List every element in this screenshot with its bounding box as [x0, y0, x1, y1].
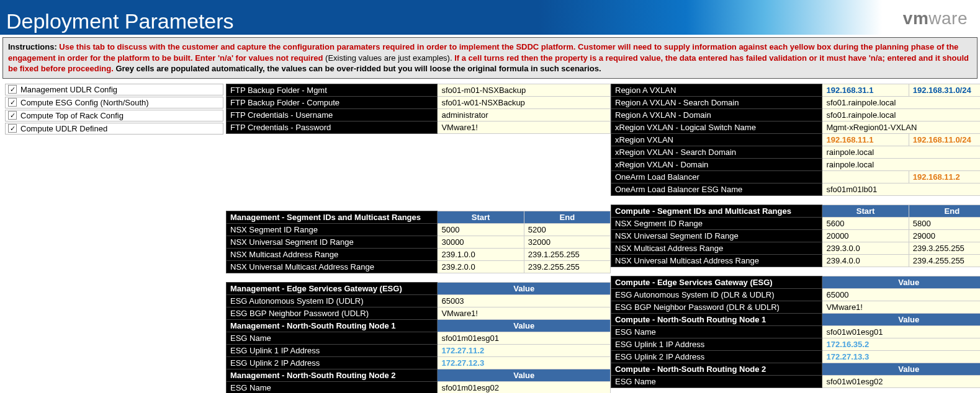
- table-row: NSX Segment ID Range50005200: [227, 223, 611, 236]
- table-row: NSX Segment ID Range56005800: [611, 217, 981, 229]
- table-row: ESG Autonomous System ID (DLR & UDLR)650…: [611, 288, 981, 301]
- table-row: Region A VXLAN - Search Domainsfo01.rain…: [611, 96, 981, 108]
- table-row: FTP Credentials - Usernameadministrator: [227, 108, 611, 121]
- table-row: FTP Backup Folder - Mgmtsfo01-m01-NSXBac…: [227, 84, 611, 96]
- ftp-table: FTP Backup Folder - Mgmtsfo01-m01-NSXBac…: [226, 84, 611, 134]
- table-row: ESG Namesfo01w01esg02: [611, 375, 981, 387]
- table-row: Region A VXLAN192.168.31.1192.168.31.0/2…: [611, 84, 981, 96]
- table-row: NSX Universal Multicast Address Range239…: [611, 254, 981, 267]
- check-compute-esg[interactable]: ✓Compute ESG Config (North/South): [5, 97, 223, 108]
- table-row: xRegion VXLAN192.168.11.1192.168.11.0/24: [611, 133, 981, 146]
- vxlan-table: Region A VXLAN192.168.31.1192.168.31.0/2…: [611, 84, 980, 196]
- mgmt-segment-table: Management - Segment IDs and Multicast R…: [226, 211, 611, 273]
- table-row: FTP Credentials - PasswordVMware1!: [227, 121, 611, 133]
- table-row: ESG Uplink 2 IP Address172.27.12.3: [227, 356, 611, 369]
- table-row: NSX Universal Segment ID Range2000029000: [611, 229, 981, 242]
- table-row: NSX Multicast Address Range239.3.0.0239.…: [611, 242, 981, 254]
- table-row: OneArm Load Balancer ESG Namesfo01m01lb0…: [611, 183, 981, 195]
- table-row: ESG Uplink 1 IP Address172.16.35.2: [611, 338, 981, 350]
- instructions-label: Instructions:: [8, 42, 57, 51]
- table-row: xRegion VXLAN - Search Domainrainpole.lo…: [611, 146, 981, 158]
- check-compute-tor[interactable]: ✓Compute Top of Rack Config: [5, 110, 223, 121]
- content-grid: ✓Management UDLR Config ✓Compute ESG Con…: [0, 81, 980, 393]
- table-row: xRegion VXLAN - Logical Switch NameMgmt-…: [611, 121, 981, 133]
- instructions: Instructions: Use this tab to discuss wi…: [2, 37, 978, 79]
- mgmt-esg-table: Management - Edge Services Gateway (ESG)…: [226, 282, 611, 393]
- instructions-text-2: (Existing values are just examples).: [325, 53, 454, 63]
- table-row: ESG BGP Neighbor Password (DLR & UDLR)VM…: [611, 301, 981, 313]
- compute-column: Region A VXLAN192.168.31.1192.168.31.0/2…: [611, 84, 980, 393]
- table-row: Region A VXLAN - Domainsfo01.rainpole.lo…: [611, 108, 981, 121]
- vmware-logo: vmware: [903, 9, 968, 29]
- table-row: ESG Namesfo01m01esg02: [227, 381, 611, 393]
- instructions-text-4: Grey cells are populated automatically, …: [115, 64, 601, 73]
- check-icon: ✓: [8, 124, 17, 133]
- table-row: ESG BGP Neighbor Password (UDLR)VMware1!: [227, 307, 611, 319]
- check-icon: ✓: [8, 85, 17, 94]
- check-compute-udlr[interactable]: ✓Compute UDLR Defined: [5, 123, 223, 135]
- table-row: ESG Autonomous System ID (UDLR)65003: [227, 294, 611, 307]
- table-row: NSX Multicast Address Range239.1.0.0239.…: [227, 248, 611, 260]
- check-icon: ✓: [8, 98, 17, 107]
- table-row: FTP Backup Folder - Computesfo01-w01-NSX…: [227, 96, 611, 108]
- table-row: ESG Namesfo01w01esg01: [611, 325, 981, 338]
- table-row: NSX Universal Segment ID Range3000032000: [227, 236, 611, 248]
- management-column: FTP Backup Folder - Mgmtsfo01-m01-NSXBac…: [226, 84, 611, 393]
- table-row: OneArm Load Balancer192.168.11.2: [611, 170, 981, 183]
- checklist-column: ✓Management UDLR Config ✓Compute ESG Con…: [2, 84, 226, 393]
- banner: Deployment Parameters vmware: [0, 0, 980, 35]
- page-title: Deployment Parameters: [6, 9, 234, 33]
- table-row: ESG Uplink 1 IP Address172.27.11.2: [227, 344, 611, 356]
- comp-segment-table: Compute - Segment IDs and Multicast Rang…: [611, 205, 980, 267]
- table-row: NSX Universal Multicast Address Range239…: [227, 260, 611, 273]
- table-row: xRegion VXLAN - Domainrainpole.local: [611, 158, 981, 170]
- comp-esg-table: Compute - Edge Services Gateway (ESG)Val…: [611, 276, 980, 388]
- table-row: ESG Uplink 2 IP Address172.27.13.3: [611, 350, 981, 363]
- check-icon: ✓: [8, 111, 17, 120]
- check-mgmt-udlr[interactable]: ✓Management UDLR Config: [5, 84, 223, 95]
- table-row: ESG Namesfo01m01esg01: [227, 332, 611, 344]
